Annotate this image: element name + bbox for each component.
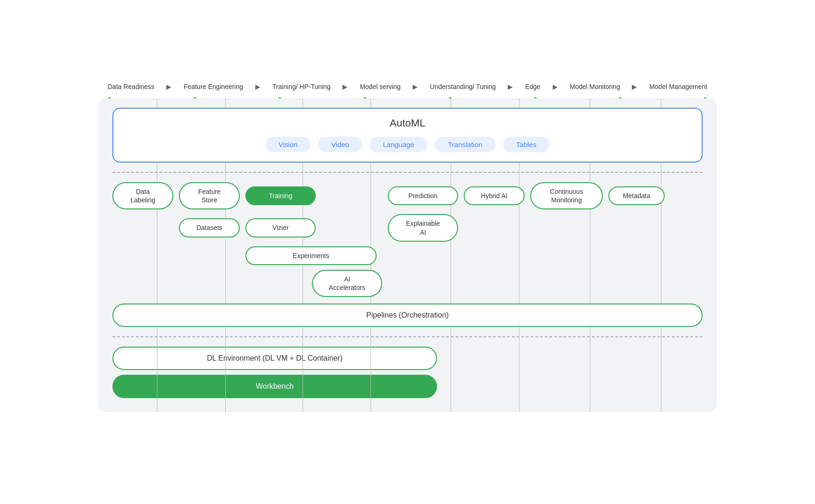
main-area: AutoML Vision Video Language Translation… (98, 98, 717, 412)
arrow-6: ▶ (553, 83, 558, 90)
pill-vizier[interactable]: Vizier (245, 218, 316, 237)
step-model-monitoring: Model Monitoring (570, 82, 620, 91)
pill-continuous-monitoring[interactable]: ContinuousMonitoring (530, 182, 603, 209)
step-edge: Edge (525, 82, 541, 91)
step-label: Model serving (360, 82, 400, 91)
pill-workbench[interactable]: Workbench (112, 375, 437, 398)
step-training: Training/ HP-Tuning (272, 82, 330, 91)
automl-pills: Vision Video Language Translation Tables (125, 137, 690, 152)
step-label: Edge (525, 82, 541, 91)
pill-feature-store[interactable]: FeatureStore (179, 182, 240, 209)
step-understanding: Understanding/ Tuning (430, 82, 496, 91)
pill-training[interactable]: Training (245, 186, 316, 205)
step-label: Feature Engineering (184, 82, 243, 91)
arrow-3: ▶ (342, 83, 348, 90)
pill-datasets[interactable]: Datasets (179, 218, 240, 237)
automl-section: AutoML Vision Video Language Translation… (112, 108, 703, 163)
automl-title: AutoML (125, 117, 690, 129)
green-section: DataLabeling FeatureStore Training Predi… (112, 182, 703, 327)
pipelines-row: Pipelines (Orchestration) (112, 304, 703, 327)
pill-prediction[interactable]: Prediction (388, 186, 458, 205)
bottom-divider (112, 336, 703, 337)
arrow-1: ▶ (166, 83, 171, 90)
pill-data-labeling[interactable]: DataLabeling (112, 182, 173, 209)
step-feature-engineering: Feature Engineering (184, 82, 243, 91)
step-label: Training/ HP-Tuning (272, 82, 330, 91)
step-label: Model Management (649, 82, 707, 91)
automl-pill-tables[interactable]: Tables (503, 137, 549, 152)
pill-explainable-ai[interactable]: ExplainableAI (388, 214, 458, 241)
pill-ai-accelerators[interactable]: AIAccelerators (312, 270, 382, 297)
top-divider (112, 172, 703, 173)
step-label: Data Readiness (108, 82, 155, 91)
pill-metadata[interactable]: Metadata (608, 186, 665, 205)
pill-pipelines[interactable]: Pipelines (Orchestration) (112, 304, 703, 327)
pill-dl-environment[interactable]: DL Environment (DL VM + DL Container) (112, 347, 437, 370)
step-label: Understanding/ Tuning (430, 82, 496, 91)
arrow-5: ▶ (508, 83, 513, 90)
pill-experiments[interactable]: Experiments (245, 246, 377, 265)
automl-pill-video[interactable]: Video (318, 137, 362, 152)
step-data-readiness: Data Readiness (108, 82, 155, 91)
step-label: Model Monitoring (570, 82, 620, 91)
arrow-2: ▶ (255, 83, 260, 90)
pipeline-header: Data Readiness ▶ Feature Engineering ▶ T… (89, 82, 726, 91)
bottom-section: DL Environment (DL VM + DL Container) Wo… (112, 347, 703, 398)
arrow-4: ▶ (413, 83, 418, 90)
automl-pill-vision[interactable]: Vision (266, 137, 311, 152)
pill-hybrid-ai[interactable]: Hybrid AI (464, 186, 525, 205)
automl-pill-language[interactable]: Language (370, 137, 427, 152)
step-model-serving: Model serving (360, 82, 400, 91)
automl-pill-translation[interactable]: Translation (435, 137, 496, 152)
step-model-management: Model Management (649, 82, 707, 91)
arrow-7: ▶ (632, 83, 637, 90)
